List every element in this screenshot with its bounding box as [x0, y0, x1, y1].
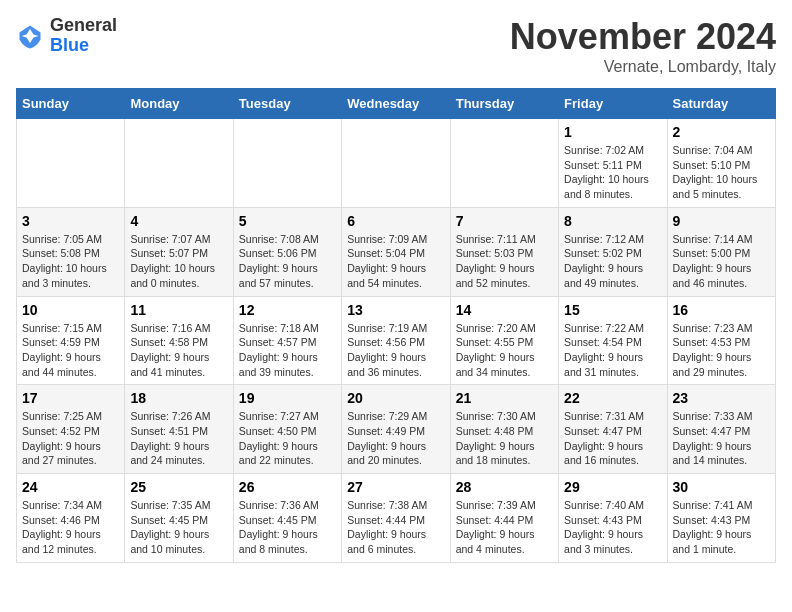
day-number: 27 [347, 479, 444, 495]
day-number: 6 [347, 213, 444, 229]
calendar-cell [17, 119, 125, 208]
header-tuesday: Tuesday [233, 89, 341, 119]
day-number: 30 [673, 479, 770, 495]
day-number: 1 [564, 124, 661, 140]
calendar-cell: 25Sunrise: 7:35 AM Sunset: 4:45 PM Dayli… [125, 474, 233, 563]
day-detail: Sunrise: 7:30 AM Sunset: 4:48 PM Dayligh… [456, 409, 553, 468]
logo-blue-text: Blue [50, 36, 117, 56]
day-number: 10 [22, 302, 119, 318]
logo: General Blue [16, 16, 117, 56]
day-detail: Sunrise: 7:18 AM Sunset: 4:57 PM Dayligh… [239, 321, 336, 380]
day-number: 22 [564, 390, 661, 406]
day-number: 20 [347, 390, 444, 406]
calendar-cell: 24Sunrise: 7:34 AM Sunset: 4:46 PM Dayli… [17, 474, 125, 563]
calendar-cell: 10Sunrise: 7:15 AM Sunset: 4:59 PM Dayli… [17, 296, 125, 385]
calendar-cell: 17Sunrise: 7:25 AM Sunset: 4:52 PM Dayli… [17, 385, 125, 474]
calendar-cell [342, 119, 450, 208]
day-detail: Sunrise: 7:27 AM Sunset: 4:50 PM Dayligh… [239, 409, 336, 468]
day-detail: Sunrise: 7:33 AM Sunset: 4:47 PM Dayligh… [673, 409, 770, 468]
calendar-cell: 7Sunrise: 7:11 AM Sunset: 5:03 PM Daylig… [450, 207, 558, 296]
day-number: 17 [22, 390, 119, 406]
calendar-cell: 8Sunrise: 7:12 AM Sunset: 5:02 PM Daylig… [559, 207, 667, 296]
day-detail: Sunrise: 7:16 AM Sunset: 4:58 PM Dayligh… [130, 321, 227, 380]
calendar-cell: 29Sunrise: 7:40 AM Sunset: 4:43 PM Dayli… [559, 474, 667, 563]
logo-text: General Blue [50, 16, 117, 56]
calendar-week-row: 17Sunrise: 7:25 AM Sunset: 4:52 PM Dayli… [17, 385, 776, 474]
day-detail: Sunrise: 7:40 AM Sunset: 4:43 PM Dayligh… [564, 498, 661, 557]
calendar-cell: 27Sunrise: 7:38 AM Sunset: 4:44 PM Dayli… [342, 474, 450, 563]
day-number: 4 [130, 213, 227, 229]
day-detail: Sunrise: 7:11 AM Sunset: 5:03 PM Dayligh… [456, 232, 553, 291]
day-number: 12 [239, 302, 336, 318]
calendar-cell: 2Sunrise: 7:04 AM Sunset: 5:10 PM Daylig… [667, 119, 775, 208]
calendar-cell: 1Sunrise: 7:02 AM Sunset: 5:11 PM Daylig… [559, 119, 667, 208]
calendar-cell: 20Sunrise: 7:29 AM Sunset: 4:49 PM Dayli… [342, 385, 450, 474]
calendar-cell: 23Sunrise: 7:33 AM Sunset: 4:47 PM Dayli… [667, 385, 775, 474]
calendar-cell: 30Sunrise: 7:41 AM Sunset: 4:43 PM Dayli… [667, 474, 775, 563]
day-number: 11 [130, 302, 227, 318]
day-detail: Sunrise: 7:02 AM Sunset: 5:11 PM Dayligh… [564, 143, 661, 202]
day-detail: Sunrise: 7:29 AM Sunset: 4:49 PM Dayligh… [347, 409, 444, 468]
calendar-cell: 6Sunrise: 7:09 AM Sunset: 5:04 PM Daylig… [342, 207, 450, 296]
day-detail: Sunrise: 7:08 AM Sunset: 5:06 PM Dayligh… [239, 232, 336, 291]
day-number: 29 [564, 479, 661, 495]
day-detail: Sunrise: 7:22 AM Sunset: 4:54 PM Dayligh… [564, 321, 661, 380]
calendar-cell: 9Sunrise: 7:14 AM Sunset: 5:00 PM Daylig… [667, 207, 775, 296]
day-detail: Sunrise: 7:26 AM Sunset: 4:51 PM Dayligh… [130, 409, 227, 468]
logo-general-text: General [50, 16, 117, 36]
calendar-cell: 13Sunrise: 7:19 AM Sunset: 4:56 PM Dayli… [342, 296, 450, 385]
header: General Blue November 2024 Vernate, Lomb… [16, 16, 776, 76]
calendar-cell: 26Sunrise: 7:36 AM Sunset: 4:45 PM Dayli… [233, 474, 341, 563]
calendar-table: Sunday Monday Tuesday Wednesday Thursday… [16, 88, 776, 563]
calendar-week-row: 1Sunrise: 7:02 AM Sunset: 5:11 PM Daylig… [17, 119, 776, 208]
day-detail: Sunrise: 7:07 AM Sunset: 5:07 PM Dayligh… [130, 232, 227, 291]
day-detail: Sunrise: 7:12 AM Sunset: 5:02 PM Dayligh… [564, 232, 661, 291]
day-number: 2 [673, 124, 770, 140]
day-number: 23 [673, 390, 770, 406]
calendar-week-row: 24Sunrise: 7:34 AM Sunset: 4:46 PM Dayli… [17, 474, 776, 563]
day-detail: Sunrise: 7:14 AM Sunset: 5:00 PM Dayligh… [673, 232, 770, 291]
calendar-cell: 5Sunrise: 7:08 AM Sunset: 5:06 PM Daylig… [233, 207, 341, 296]
day-number: 7 [456, 213, 553, 229]
day-detail: Sunrise: 7:34 AM Sunset: 4:46 PM Dayligh… [22, 498, 119, 557]
day-detail: Sunrise: 7:31 AM Sunset: 4:47 PM Dayligh… [564, 409, 661, 468]
day-number: 21 [456, 390, 553, 406]
calendar-cell: 22Sunrise: 7:31 AM Sunset: 4:47 PM Dayli… [559, 385, 667, 474]
calendar-cell: 28Sunrise: 7:39 AM Sunset: 4:44 PM Dayli… [450, 474, 558, 563]
day-detail: Sunrise: 7:39 AM Sunset: 4:44 PM Dayligh… [456, 498, 553, 557]
day-detail: Sunrise: 7:05 AM Sunset: 5:08 PM Dayligh… [22, 232, 119, 291]
calendar-cell: 19Sunrise: 7:27 AM Sunset: 4:50 PM Dayli… [233, 385, 341, 474]
day-number: 26 [239, 479, 336, 495]
day-detail: Sunrise: 7:38 AM Sunset: 4:44 PM Dayligh… [347, 498, 444, 557]
day-detail: Sunrise: 7:23 AM Sunset: 4:53 PM Dayligh… [673, 321, 770, 380]
day-detail: Sunrise: 7:15 AM Sunset: 4:59 PM Dayligh… [22, 321, 119, 380]
day-detail: Sunrise: 7:20 AM Sunset: 4:55 PM Dayligh… [456, 321, 553, 380]
day-detail: Sunrise: 7:04 AM Sunset: 5:10 PM Dayligh… [673, 143, 770, 202]
calendar-cell: 18Sunrise: 7:26 AM Sunset: 4:51 PM Dayli… [125, 385, 233, 474]
calendar-cell: 21Sunrise: 7:30 AM Sunset: 4:48 PM Dayli… [450, 385, 558, 474]
location-subtitle: Vernate, Lombardy, Italy [510, 58, 776, 76]
calendar-cell: 3Sunrise: 7:05 AM Sunset: 5:08 PM Daylig… [17, 207, 125, 296]
logo-icon [16, 22, 44, 50]
day-number: 14 [456, 302, 553, 318]
calendar-week-row: 3Sunrise: 7:05 AM Sunset: 5:08 PM Daylig… [17, 207, 776, 296]
header-friday: Friday [559, 89, 667, 119]
day-detail: Sunrise: 7:25 AM Sunset: 4:52 PM Dayligh… [22, 409, 119, 468]
day-number: 24 [22, 479, 119, 495]
day-number: 9 [673, 213, 770, 229]
header-monday: Monday [125, 89, 233, 119]
month-title: November 2024 [510, 16, 776, 58]
calendar-cell [125, 119, 233, 208]
calendar-cell: 15Sunrise: 7:22 AM Sunset: 4:54 PM Dayli… [559, 296, 667, 385]
day-detail: Sunrise: 7:09 AM Sunset: 5:04 PM Dayligh… [347, 232, 444, 291]
calendar-week-row: 10Sunrise: 7:15 AM Sunset: 4:59 PM Dayli… [17, 296, 776, 385]
header-thursday: Thursday [450, 89, 558, 119]
calendar-cell: 11Sunrise: 7:16 AM Sunset: 4:58 PM Dayli… [125, 296, 233, 385]
day-number: 16 [673, 302, 770, 318]
calendar-cell: 4Sunrise: 7:07 AM Sunset: 5:07 PM Daylig… [125, 207, 233, 296]
day-detail: Sunrise: 7:41 AM Sunset: 4:43 PM Dayligh… [673, 498, 770, 557]
day-number: 25 [130, 479, 227, 495]
header-saturday: Saturday [667, 89, 775, 119]
day-number: 5 [239, 213, 336, 229]
calendar-cell [450, 119, 558, 208]
